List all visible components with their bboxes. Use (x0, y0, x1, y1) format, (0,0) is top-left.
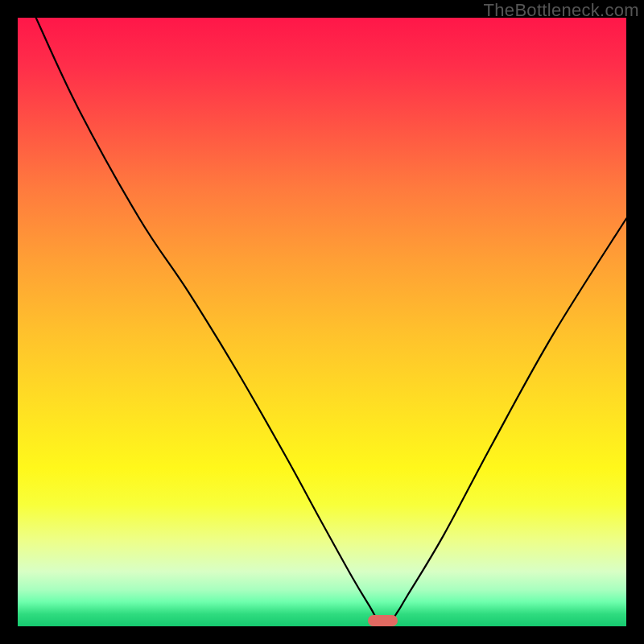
plot-area (18, 18, 626, 626)
chart-container: TheBottleneck.com (0, 0, 644, 644)
optimal-marker (368, 615, 398, 626)
watermark-text: TheBottleneck.com (484, 0, 639, 21)
curve-path (36, 18, 626, 625)
bottleneck-curve (18, 18, 626, 626)
